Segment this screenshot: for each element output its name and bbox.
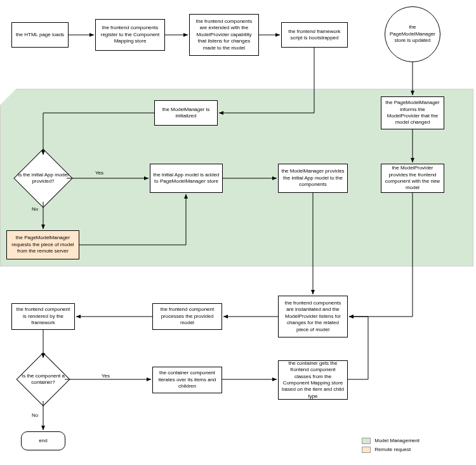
legend: Model Management Remote request bbox=[362, 438, 420, 453]
legend-item-remote: Remote request bbox=[362, 447, 420, 453]
node-modelmanager-initialized: the ModelManager is initialized bbox=[154, 100, 218, 126]
legend-item-model: Model Management bbox=[362, 438, 420, 444]
node-pagemodelmanager-updated: the PageModelManager store is updated bbox=[385, 6, 440, 62]
node-extended-modelprovider: the frontend components are extended wit… bbox=[189, 14, 259, 56]
node-html-page-loads: the HTML page loads bbox=[11, 22, 69, 48]
node-provides-initial-model: the ModelManager provides the initial Ap… bbox=[278, 164, 348, 193]
legend-label-model: Model Management bbox=[374, 438, 420, 443]
label-no-1: No bbox=[32, 206, 38, 212]
node-modelprovider-new-model: the ModelProvider provides the frontend … bbox=[381, 164, 444, 193]
decision-is-container bbox=[17, 353, 70, 407]
node-requests-remote: the PageModelManager requests the piece … bbox=[6, 230, 79, 259]
label-no-2: No bbox=[32, 412, 38, 418]
node-register-component-mapping: the frontend components register to the … bbox=[95, 19, 165, 51]
node-processes-model: the frontend component processes the pro… bbox=[152, 303, 222, 330]
node-informs-modelprovider: the PageModelManager informs the ModelPr… bbox=[381, 96, 444, 129]
legend-swatch-orange bbox=[362, 447, 371, 453]
node-rendered-by-framework: the frontend component is rendered by th… bbox=[11, 303, 75, 330]
node-end: end bbox=[21, 431, 65, 450]
node-framework-bootstrapped: the frontend framework script is bootstr… bbox=[281, 22, 348, 48]
node-gets-classes: the container gets the frontend componen… bbox=[278, 360, 348, 400]
label-yes-1: Yes bbox=[95, 170, 103, 176]
node-iterates-items: the container component iterates over it… bbox=[152, 367, 222, 393]
label-yes-2: Yes bbox=[102, 373, 110, 379]
node-initial-model-added: the initial App model is added to PageMo… bbox=[150, 164, 223, 193]
legend-label-remote: Remote request bbox=[374, 447, 411, 452]
node-components-instantiated: the frontend components are instantiated… bbox=[278, 296, 348, 337]
legend-swatch-green bbox=[362, 438, 371, 444]
